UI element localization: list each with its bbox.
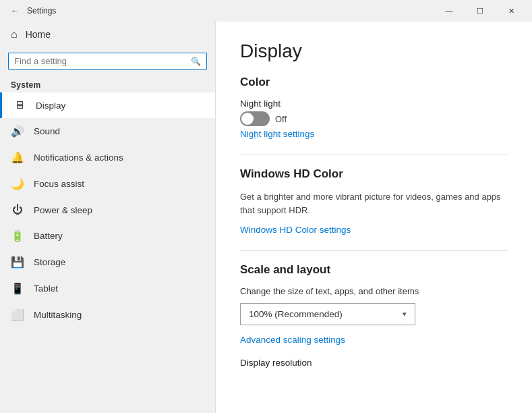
search-input[interactable] [14, 56, 191, 66]
hd-color-description: Get a brighter and more vibrant picture … [240, 190, 508, 217]
toggle-off-label: Off [275, 114, 287, 124]
sidebar-item-label-storage: Storage [34, 257, 65, 267]
sidebar-item-battery[interactable]: 🔋Battery [0, 223, 215, 249]
divider-1 [240, 155, 508, 155]
sidebar: ⌂ Home 🔍 System 🖥Display🔊Sound🔔Notificat… [0, 22, 216, 413]
scale-section-title: Scale and layout [240, 263, 508, 277]
sound-icon: 🔊 [11, 125, 24, 138]
home-icon: ⌂ [11, 28, 18, 40]
advanced-scaling-link[interactable]: Advanced scaling settings [240, 335, 345, 345]
home-label: Home [26, 29, 51, 40]
content-area: Display Color Night light Off Night ligh… [216, 22, 532, 413]
titlebar: ← Settings — ☐ ✕ [0, 0, 532, 22]
power-icon: ⏻ [11, 204, 24, 216]
scale-change-label: Change the size of text, apps, and other… [240, 286, 508, 296]
storage-icon: 💾 [11, 256, 24, 269]
multitasking-icon: ⬜ [11, 308, 24, 321]
night-light-settings-link[interactable]: Night light settings [240, 129, 314, 139]
minimize-button[interactable]: — [434, 0, 465, 22]
system-section-label: System [0, 75, 215, 92]
sidebar-item-storage[interactable]: 💾Storage [0, 249, 215, 275]
sidebar-item-label-focus: Focus assist [34, 179, 84, 189]
sidebar-items-container: 🖥Display🔊Sound🔔Notifications & actions🌙F… [0, 92, 215, 328]
search-icon: 🔍 [191, 57, 201, 66]
sidebar-home[interactable]: ⌂ Home [0, 22, 215, 47]
color-section-title: Color [240, 76, 508, 89]
sidebar-item-label-power: Power & sleep [34, 205, 92, 215]
window-controls: — ☐ ✕ [434, 0, 527, 22]
scale-dropdown[interactable]: 100% (Recommended) ▾ [240, 303, 415, 325]
sidebar-item-label-sound: Sound [34, 126, 60, 136]
back-button[interactable]: ← [5, 1, 24, 20]
sidebar-item-label-notifications: Notifications & actions [34, 153, 123, 163]
tablet-icon: 📱 [11, 282, 24, 295]
hd-color-section-title: Windows HD Color [240, 167, 508, 181]
sidebar-item-focus[interactable]: 🌙Focus assist [0, 171, 215, 197]
sidebar-item-label-tablet: Tablet [34, 283, 58, 294]
divider-2 [240, 250, 508, 251]
search-box[interactable]: 🔍 [8, 53, 207, 70]
notifications-icon: 🔔 [11, 151, 24, 164]
sidebar-item-display[interactable]: 🖥Display [0, 92, 215, 118]
sidebar-item-label-multitasking: Multitasking [34, 310, 82, 320]
sidebar-item-sound[interactable]: 🔊Sound [0, 118, 215, 144]
sidebar-item-power[interactable]: ⏻Power & sleep [0, 197, 215, 223]
focus-icon: 🌙 [11, 177, 24, 190]
sidebar-item-label-battery: Battery [34, 231, 63, 241]
night-light-label: Night light [240, 99, 508, 109]
night-light-toggle-row: Off [240, 111, 508, 126]
display-resolution-label: Display resolution [240, 358, 508, 368]
battery-icon: 🔋 [11, 229, 24, 242]
sidebar-item-tablet[interactable]: 📱Tablet [0, 275, 215, 302]
sidebar-item-label-display: Display [36, 101, 65, 111]
sidebar-item-notifications[interactable]: 🔔Notifications & actions [0, 144, 215, 171]
maximize-button[interactable]: ☐ [465, 0, 496, 22]
night-light-toggle[interactable] [240, 111, 270, 126]
close-button[interactable]: ✕ [496, 0, 527, 22]
titlebar-title: Settings [27, 6, 434, 16]
page-title: Display [240, 40, 508, 62]
chevron-down-icon: ▾ [403, 310, 407, 319]
display-icon: 🖥 [13, 99, 26, 111]
sidebar-item-multitasking[interactable]: ⬜Multitasking [0, 302, 215, 328]
scale-dropdown-value: 100% (Recommended) [249, 309, 343, 319]
main-layout: ⌂ Home 🔍 System 🖥Display🔊Sound🔔Notificat… [0, 22, 532, 413]
hd-color-settings-link[interactable]: Windows HD Color settings [240, 225, 351, 235]
